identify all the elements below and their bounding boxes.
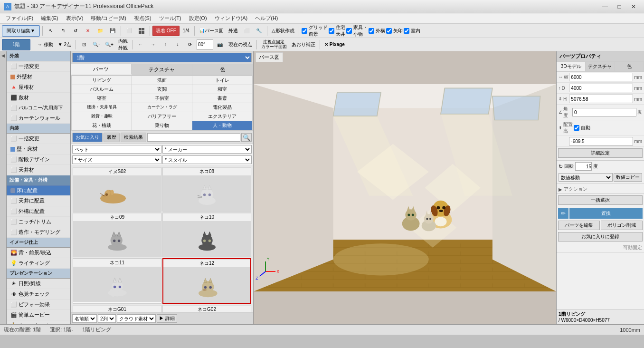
focus-fix-btn[interactable]: 注視点固定カラー平面図	[259, 39, 289, 50]
cat-living[interactable]: リビング	[72, 76, 132, 85]
cat-toilet[interactable]: トイレ	[192, 76, 252, 85]
cat-people-animals[interactable]: 人・動物	[192, 121, 252, 130]
shape-create-btn[interactable]: △ 形状作成	[270, 25, 296, 37]
zoom-out-btn[interactable]: 🔍-	[91, 39, 102, 50]
nav-niche[interactable]: ⬜ ニッチ/トリム	[7, 217, 70, 227]
nav-floor-place[interactable]: 床に配置	[7, 185, 70, 196]
cat-washroom[interactable]: 洗面	[132, 76, 192, 85]
favorite-btn[interactable]: お気に入りに登録	[558, 232, 643, 242]
current-view-btn[interactable]: 現在の視点	[227, 39, 254, 50]
menu-file[interactable]: ファイル(F)	[2, 14, 37, 23]
nav-lighting[interactable]: 💡 ライティング	[7, 258, 70, 269]
grid-tool[interactable]	[136, 25, 147, 37]
camera-btn[interactable]: 📷	[214, 39, 226, 50]
floor-select[interactable]: 1階	[72, 53, 252, 62]
tab-texture[interactable]: テクスチャ	[132, 64, 192, 75]
right-tab-color[interactable]: 色	[615, 62, 644, 71]
w-input[interactable]	[569, 73, 633, 81]
col-select[interactable]: 2列	[98, 314, 116, 323]
copy-value-btn[interactable]: 数値コピー	[614, 173, 642, 182]
nav-walkthrough[interactable]: 🚶 ウォークスルー	[7, 320, 70, 324]
detail-btn[interactable]: ▶ 詳細	[157, 314, 177, 323]
nav-up[interactable]: ↑	[160, 39, 171, 50]
interior-check[interactable]: 室内	[404, 28, 420, 34]
filter-size[interactable]: * サイズ	[72, 155, 161, 164]
sort-select[interactable]: 名前順	[72, 314, 97, 323]
nav-curtain-wall[interactable]: ⬜ カーテンウォール	[7, 113, 70, 124]
grid-check[interactable]: グリッド前景	[302, 24, 328, 38]
menu-edit[interactable]: 編集(E)	[37, 14, 62, 23]
cat-study[interactable]: 書斎	[192, 94, 252, 103]
interior-view-btn[interactable]: 内観外観	[116, 39, 130, 50]
thumb-neko-g01[interactable]: ネコG01	[73, 305, 161, 312]
tab-color[interactable]: 色	[192, 64, 253, 75]
cat-bedroom[interactable]: 寝室	[72, 94, 132, 103]
redo-tool[interactable]: ↺	[70, 25, 81, 37]
fraction-btn[interactable]: 1/4	[180, 25, 192, 37]
cat-hobby[interactable]: 雑貨・趣味	[72, 112, 132, 121]
thumb-neko08[interactable]: ネコ08	[162, 167, 251, 212]
nav-wall-floor[interactable]: 壁・床材	[7, 144, 70, 155]
move-tool-btn[interactable]: ↔ 移動	[36, 39, 55, 50]
menu-settings[interactable]: 設定(O)	[185, 14, 211, 23]
source-select[interactable]: クラウド素材	[117, 314, 156, 323]
undo-tool[interactable]: ↰	[57, 25, 69, 37]
viewport[interactable]: パース図	[254, 51, 556, 324]
zoom-fit-btn[interactable]: ⊡	[78, 39, 90, 50]
settings-small-btn[interactable]: 🔧	[253, 25, 265, 37]
cat-entrance[interactable]: 玄関	[132, 85, 192, 94]
snap-toggle[interactable]: 吸着 OFF	[152, 26, 180, 36]
rotation-input[interactable]	[575, 162, 592, 171]
nav-background[interactable]: 🌄 背・前景/映込	[7, 248, 70, 258]
nav-outer-wall[interactable]: 外壁材	[7, 72, 70, 82]
transparency-btn[interactable]: 外透	[227, 25, 240, 37]
exterior-check[interactable]: 外構	[369, 28, 385, 34]
edit-parts-btn[interactable]: パーツを編集	[558, 221, 600, 230]
nav-down[interactable]: ↓	[172, 39, 183, 50]
h-input[interactable]	[569, 95, 633, 103]
filter-maker[interactable]: * メーカー	[162, 145, 252, 154]
nav-batch-change-inner[interactable]: ⬜ 一括変更	[7, 134, 70, 144]
nav-exterior-place[interactable]: ⬜ 外構に配置	[7, 206, 70, 217]
height-input[interactable]	[569, 137, 633, 145]
cat-japanese[interactable]: 和室	[192, 85, 252, 94]
open-tool[interactable]: 📁	[95, 25, 106, 37]
menu-window[interactable]: ウィンドウ(A)	[211, 14, 252, 23]
nav-right[interactable]: →	[147, 39, 159, 50]
tab-favorites[interactable]: お気に入り	[72, 133, 103, 142]
tab-parts[interactable]: パーツ	[71, 64, 132, 75]
arrow-check[interactable]: 矢印	[386, 28, 403, 34]
cat-electric[interactable]: 電化製品	[192, 103, 252, 112]
thumb-neko09[interactable]: ネコ09	[73, 213, 161, 257]
d-input[interactable]	[569, 84, 633, 92]
cat-ceiling-furn[interactable]: 腰掛・天井吊具	[72, 103, 132, 112]
correction-btn[interactable]: あおり補正	[290, 39, 317, 50]
nav-ceiling-place[interactable]: ⬜ 天井に配置	[7, 196, 70, 206]
maximize-button[interactable]: □	[613, 2, 626, 11]
cat-vehicle[interactable]: 乗り物	[132, 121, 192, 130]
pixage-btn[interactable]: ✕ Pixage	[322, 39, 347, 50]
nav-movie[interactable]: 🎬 簡単ムービー	[7, 310, 70, 320]
menu-move-copy[interactable]: 移動/コピー(M)	[87, 14, 130, 23]
filter-category[interactable]: ペット	[72, 145, 161, 154]
nav-roof[interactable]: 🔺 屋根材	[7, 82, 70, 93]
angle-input[interactable]	[197, 39, 213, 50]
nav-before-effect[interactable]: ⬜ ビフォー効果	[7, 300, 70, 310]
cat-bathroom[interactable]: バスルーム	[72, 85, 132, 94]
furniture-check[interactable]: 家具・小物	[346, 24, 368, 38]
right-tab-3d[interactable]: 3Dモデル	[557, 62, 586, 71]
save-tool[interactable]: 💾	[107, 25, 118, 37]
nav-sunlight[interactable]: ☀ 日照/斜線	[7, 279, 70, 289]
filter-style[interactable]: * スタイル	[162, 155, 252, 164]
menu-viewpoint[interactable]: 視点(S)	[130, 14, 155, 23]
thumb-neko-g02[interactable]: ネコG02	[162, 305, 251, 312]
search-input[interactable]	[147, 133, 240, 142]
thumb-inu-s02[interactable]: イヌS02	[73, 167, 161, 212]
mode-button[interactable]: 間取り編集▼	[2, 25, 40, 37]
sidebar-collapse-btn[interactable]: ◀	[1, 53, 5, 58]
view-mode-btn[interactable]: 📊 パース図	[197, 25, 226, 37]
cat-plants[interactable]: 花・植栽	[72, 121, 132, 130]
replace-icon-btn[interactable]: ✏	[558, 208, 568, 219]
replace-btn[interactable]: 置換	[569, 208, 643, 219]
nav-balcony[interactable]: ⬜ バルコニー/共用廊下	[7, 103, 70, 113]
